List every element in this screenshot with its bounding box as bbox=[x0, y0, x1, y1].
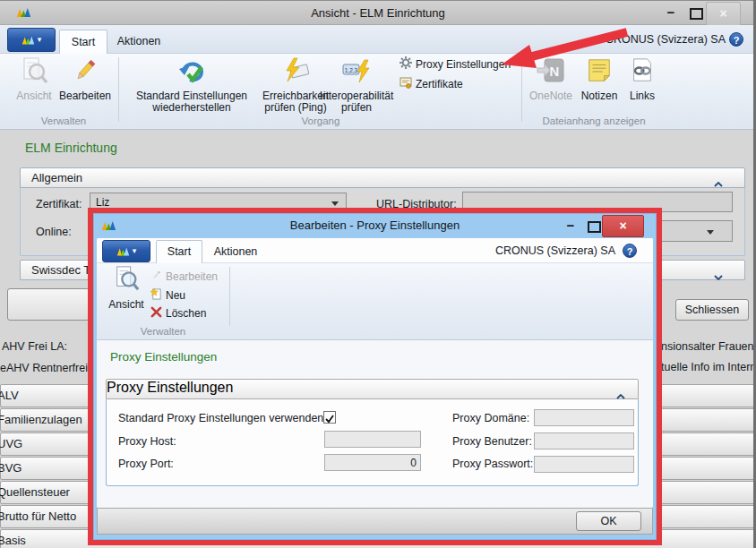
aktuelle-info-label: tuelle Info im Interne bbox=[661, 361, 756, 373]
screen: Ansicht - ELM Einrichtung − × ▾ Start Ak… bbox=[0, 0, 756, 548]
dialog-ansicht-button[interactable]: Ansicht bbox=[104, 265, 149, 311]
dialog-content: Proxy Einstellungen Proxy Einstellungen … bbox=[97, 340, 653, 508]
dialog-close-button[interactable]: × bbox=[602, 215, 644, 237]
company-name: CRONUS (Svizzera) SA bbox=[606, 25, 726, 54]
proxy-host-label: Proxy Host: bbox=[118, 435, 176, 448]
chevron-down-icon: ▾ bbox=[38, 36, 42, 44]
close-button[interactable]: × bbox=[706, 2, 741, 26]
new-document-icon bbox=[150, 287, 162, 304]
numbers-lightning-icon: 1,2,3 bbox=[319, 56, 394, 90]
note-icon bbox=[577, 56, 622, 90]
ribbon-separator bbox=[521, 57, 522, 122]
zertifikate-button[interactable]: Zertifikate bbox=[399, 76, 463, 92]
group-label-vorgang: Vorgang bbox=[124, 116, 518, 126]
proxy-domain-label: Proxy Domäne: bbox=[452, 412, 529, 424]
dialog-company-name: CRONUS (Svizzera) SA bbox=[495, 238, 615, 263]
ahv-rentnerfrei-label: eAHV Rentnerfrei L bbox=[0, 362, 97, 374]
main-ribbon: Ansicht Bearbeiten Standard Einstellunge… bbox=[0, 54, 756, 130]
chevron-down-icon[interactable] bbox=[714, 268, 723, 284]
ok-button[interactable]: OK bbox=[576, 511, 641, 531]
ansicht-button[interactable]: Ansicht bbox=[13, 56, 56, 102]
proxy-user-label: Proxy Benutzer: bbox=[452, 435, 532, 448]
proxy-dialog: Bearbeiten - Proxy Einstellungen − × ▾ S… bbox=[88, 208, 662, 545]
ahv-frei-label: AHV Frei LA: bbox=[2, 340, 67, 353]
proxy-password-input[interactable] bbox=[534, 456, 634, 473]
pencil-icon bbox=[150, 269, 162, 285]
dialog-tab-start[interactable]: Start bbox=[156, 240, 202, 264]
ribbon-separator bbox=[229, 267, 230, 326]
interoperabilitaet-pruefen-button[interactable]: 1,2,3 Interoperabilität prüfen bbox=[319, 56, 394, 114]
svg-text:N: N bbox=[550, 64, 560, 79]
pencil-icon bbox=[56, 56, 115, 90]
onenote-button[interactable]: N OneNote bbox=[527, 56, 575, 102]
proxy-user-input[interactable] bbox=[534, 432, 634, 450]
dialog-page-title: Proxy Einstellungen bbox=[110, 350, 217, 364]
group-label-verwalten: Verwalten bbox=[13, 116, 115, 126]
fasttab-allgemein-header[interactable]: Allgemein bbox=[20, 167, 745, 188]
dialog-maximize-button[interactable] bbox=[588, 221, 601, 233]
proxy-port-label: Proxy Port: bbox=[118, 458, 174, 470]
app-logo-icon bbox=[21, 35, 35, 46]
maximize-button[interactable] bbox=[690, 8, 703, 20]
dialog-tab-aktionen[interactable]: Aktionen bbox=[208, 240, 263, 264]
app-logo-icon bbox=[116, 246, 130, 257]
tab-aktionen[interactable]: Aktionen bbox=[111, 30, 167, 53]
svg-text:1,2,3: 1,2,3 bbox=[345, 67, 358, 73]
dialog-application-menu-button[interactable]: ▾ bbox=[102, 240, 150, 262]
chevron-down-icon bbox=[331, 201, 339, 206]
schliessen-button[interactable]: Schliessen bbox=[675, 299, 749, 321]
pensionsalter-label: nsionsalter Frauen: bbox=[661, 340, 756, 353]
ribbon-separator bbox=[118, 57, 119, 122]
chevron-down-icon bbox=[707, 230, 714, 235]
zertifikat-label: Zertifikat: bbox=[36, 198, 82, 210]
partial-button[interactable] bbox=[7, 288, 90, 321]
tab-start[interactable]: Start bbox=[59, 30, 107, 55]
main-window-title: Ansicht - ELM Einrichtung bbox=[0, 1, 756, 25]
use-default-label: Standard Proxy Einstellungen verwenden: bbox=[118, 412, 327, 424]
proxy-domain-input[interactable] bbox=[534, 409, 634, 426]
dialog-bearbeiten-button[interactable]: Bearbeiten bbox=[150, 269, 218, 285]
application-menu-button[interactable]: ▾ bbox=[7, 28, 56, 52]
check-icon bbox=[324, 414, 335, 424]
main-tabrow: ▾ Start Aktionen CRONUS (Svizzera) SA ? bbox=[0, 25, 756, 54]
proxy-einstellungen-button[interactable]: Proxy Einstellungen bbox=[399, 56, 511, 73]
certificate-icon bbox=[399, 76, 412, 92]
main-titlebar: Ansicht - ELM Einrichtung − × bbox=[0, 0, 756, 25]
proxy-host-input[interactable] bbox=[324, 431, 421, 448]
restore-refresh-icon bbox=[124, 56, 260, 90]
delete-x-icon bbox=[150, 305, 162, 321]
use-default-checkbox[interactable] bbox=[323, 411, 336, 424]
view-magnifier-icon bbox=[104, 265, 149, 299]
dialog-panel: ▾ Start Aktionen CRONUS (Svizzera) SA ? … bbox=[97, 238, 653, 508]
dialog-ribbon: Ansicht Bearbeiten Neu bbox=[97, 263, 653, 340]
help-icon[interactable]: ? bbox=[623, 244, 637, 258]
dialog-titlebar: Bearbeiten - Proxy Einstellungen − × bbox=[93, 213, 657, 238]
online-label: Online: bbox=[36, 226, 72, 238]
links-button[interactable]: Links bbox=[622, 56, 663, 102]
proxy-port-input[interactable] bbox=[324, 454, 421, 471]
proxy-password-label: Proxy Passwort: bbox=[452, 458, 533, 470]
bearbeiten-button[interactable]: Bearbeiten bbox=[56, 56, 115, 102]
page-title: ELM Einrichtung bbox=[25, 141, 117, 155]
dialog-loeschen-button[interactable]: Löschen bbox=[150, 305, 206, 321]
dialog-minimize-button[interactable]: − bbox=[562, 214, 580, 236]
onenote-icon: N bbox=[527, 56, 575, 90]
chain-link-icon bbox=[622, 56, 663, 90]
view-magnifier-icon bbox=[13, 56, 56, 90]
dialog-footer: OK bbox=[97, 508, 653, 535]
notizen-button[interactable]: Notizen bbox=[577, 56, 622, 102]
dialog-neu-button[interactable]: Neu bbox=[150, 287, 185, 304]
minimize-button[interactable]: − bbox=[661, 2, 681, 23]
help-icon[interactable]: ? bbox=[729, 32, 743, 47]
dialog-tabrow: ▾ Start Aktionen CRONUS (Svizzera) SA ? bbox=[97, 238, 653, 263]
standard-einstellungen-button[interactable]: Standard Einstellungen wiederherstellen bbox=[124, 56, 260, 114]
group-label-dateianhang: Dateianhang anzeigen bbox=[525, 116, 663, 126]
gears-icon bbox=[399, 56, 412, 73]
dialog-group-label-verwalten: Verwalten bbox=[97, 326, 229, 337]
dialog-fasttab-header[interactable]: Proxy Einstellungen bbox=[106, 379, 639, 399]
chevron-down-icon: ▾ bbox=[133, 247, 137, 255]
